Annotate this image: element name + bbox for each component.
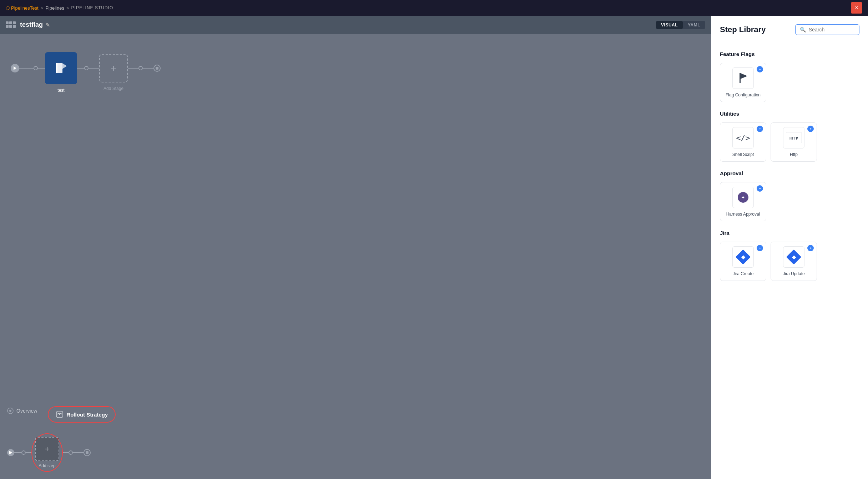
jira-update-badge (807, 245, 814, 251)
add-step-inner: + Add step (35, 437, 59, 468)
http-label: Http (790, 152, 798, 157)
harness-approval-icon (738, 192, 748, 203)
add-step-line4 (73, 452, 84, 453)
main-layout: testflag ✎ VISUAL YAML (0, 16, 868, 479)
edit-icon[interactable]: ✎ (46, 22, 50, 28)
connector2 (38, 68, 45, 69)
sep2: > (66, 5, 69, 11)
canvas-header: testflag ✎ VISUAL YAML (0, 16, 711, 34)
approval-grid: Harness Approval (720, 182, 859, 221)
svg-point-12 (59, 414, 60, 415)
add-stage-wrapper: + Add Stage (99, 54, 128, 82)
add-step-circle[interactable]: + Add step (31, 433, 63, 472)
pipeline-studio-label: PIPELINE STUDIO (71, 5, 113, 10)
svg-rect-3 (6, 25, 9, 28)
add-step-dot1 (21, 450, 26, 455)
search-input[interactable] (809, 27, 855, 32)
rollout-strategy-section[interactable]: Rollout Strategy (48, 406, 116, 423)
close-button[interactable]: × (851, 2, 862, 14)
sep1: > (41, 5, 44, 11)
flag-configuration-label: Flag Configuration (726, 92, 761, 97)
svg-rect-0 (6, 21, 9, 24)
connector3 (77, 68, 84, 69)
flag-configuration-badge (757, 66, 763, 72)
harness-approval-label: Harness Approval (726, 212, 760, 217)
add-step-dot2 (69, 450, 73, 455)
connector6 (143, 68, 153, 69)
http-card[interactable]: HTTP Http (771, 122, 817, 162)
jira-create-icon: ◆ (736, 249, 751, 264)
jira-update-card[interactable]: ◆ Jira Update (771, 242, 817, 281)
add-step-line1 (14, 452, 21, 453)
test-stage-wrapper: test (45, 52, 77, 84)
jira-update-label: Jira Update (783, 271, 804, 276)
add-stage-plus-icon: + (111, 62, 116, 74)
top-bar: ⬡ PipelinesTest > Pipelines > PIPELINE S… (0, 0, 868, 16)
search-box: 🔍 (795, 24, 859, 35)
test-stage-label: test (57, 88, 64, 93)
jira-create-label: Jira Create (733, 271, 754, 276)
jira-section-title: Jira (720, 230, 859, 236)
svg-rect-8 (56, 63, 57, 73)
add-step-row: + Add step (7, 433, 704, 472)
http-icon: HTTP (786, 132, 802, 143)
shell-script-label: Shell Script (732, 152, 754, 157)
add-step-label: Add step (39, 463, 55, 468)
utilities-grid: </> Shell Script HTTP Http (720, 122, 859, 162)
harness-approval-badge (757, 185, 763, 192)
connector5 (128, 68, 138, 69)
step-library-title: Step Library (720, 25, 766, 34)
shell-script-card[interactable]: </> Shell Script (720, 122, 766, 162)
utilities-section-title: Utilities (720, 111, 859, 117)
step-library-content: Feature Flags Flag Configuration Utiliti… (711, 41, 868, 479)
svg-point-10 (9, 410, 11, 412)
flag-icon (737, 72, 750, 85)
canvas-area: testflag ✎ VISUAL YAML (0, 16, 711, 479)
end-node (153, 65, 161, 72)
shell-script-icon-wrapper: </> (732, 127, 754, 148)
shell-script-icon: </> (736, 133, 750, 142)
http-icon-wrapper: HTTP (783, 127, 804, 148)
feature-flags-section-title: Feature Flags (720, 51, 859, 57)
jira-update-icon: ◆ (786, 249, 801, 264)
http-badge (807, 126, 814, 132)
yaml-view-button[interactable]: YAML (683, 21, 705, 29)
add-stage-node[interactable]: + (99, 54, 128, 82)
connector4 (89, 68, 99, 69)
pipeline-title: testflag ✎ (20, 21, 50, 29)
add-step-node[interactable]: + (35, 437, 59, 461)
add-step-end-node (84, 449, 91, 456)
svg-text:HTTP: HTTP (789, 136, 798, 140)
brand-link[interactable]: ⬡ PipelinesTest (6, 5, 39, 11)
add-step-start-node (7, 449, 14, 456)
flag-configuration-icon-wrapper (732, 67, 754, 89)
svg-rect-1 (9, 21, 12, 24)
grid-icon (6, 21, 16, 29)
breadcrumb: ⬡ PipelinesTest > Pipelines > PIPELINE S… (6, 5, 113, 11)
connector-dot1 (34, 66, 38, 70)
pipelines-link[interactable]: Pipelines (45, 5, 64, 11)
svg-rect-5 (13, 25, 16, 28)
connector1 (19, 68, 34, 69)
add-step-plus-icon: + (45, 444, 50, 454)
jira-update-icon-wrapper: ◆ (783, 246, 804, 268)
overview-link[interactable]: Overview (7, 408, 37, 414)
jira-create-card[interactable]: ◆ Jira Create (720, 242, 766, 281)
flag-configuration-card[interactable]: Flag Configuration (720, 63, 766, 102)
harness-approval-card[interactable]: Harness Approval (720, 182, 766, 221)
svg-rect-13 (740, 73, 741, 83)
step-library-panel: Step Library 🔍 Feature Flags (711, 16, 868, 479)
start-node (11, 64, 19, 72)
search-icon: 🔍 (800, 27, 806, 32)
feature-flags-grid: Flag Configuration (720, 63, 859, 102)
overview-icon (7, 408, 14, 414)
add-step-line3 (63, 452, 69, 453)
visual-view-button[interactable]: VISUAL (656, 21, 683, 29)
jira-create-badge (757, 245, 763, 251)
jira-create-icon-wrapper: ◆ (732, 246, 754, 268)
svg-rect-4 (9, 25, 12, 28)
test-stage-node[interactable] (45, 52, 77, 84)
svg-marker-14 (741, 73, 747, 79)
pipeline-main-row: test + Add Stage (11, 52, 700, 84)
feature-flag-stage-icon (54, 61, 68, 75)
